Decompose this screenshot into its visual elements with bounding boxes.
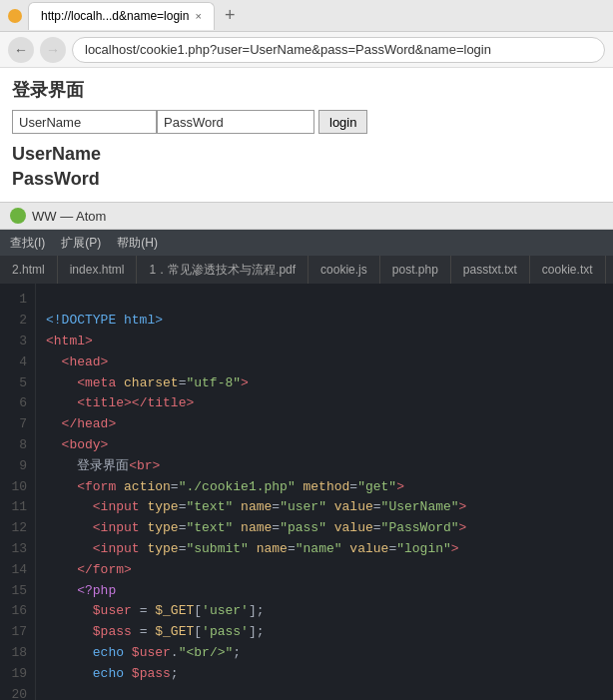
page-content: 登录界面 login UserName PassWord xyxy=(0,68,613,202)
browser-addressbar: ← → xyxy=(0,32,613,68)
code-editor: 1234 5678 9101112 13141516 17181920 2122… xyxy=(0,284,613,700)
editor-menubar: 查找(I) 扩展(P) 帮助(H) xyxy=(0,230,613,256)
result-username: UserName xyxy=(12,142,601,167)
menu-find[interactable]: 查找(I) xyxy=(10,235,45,252)
new-tab-button[interactable]: + xyxy=(225,5,236,26)
code-line-20 xyxy=(46,685,603,700)
code-line-19: echo $pass; xyxy=(46,664,603,685)
code-line-4: <head> xyxy=(46,352,603,373)
back-icon: ← xyxy=(14,42,28,58)
browser-titlebar: http://localh...d&name=login × + xyxy=(0,0,613,32)
code-line-10: <form action="./cookie1.php" method="get… xyxy=(46,477,603,498)
code-line-9: 登录界面<br> xyxy=(46,456,603,477)
editor-tabs: 2.html index.html 1．常见渗透技术与流程.pdf cookie… xyxy=(0,256,613,284)
code-line-13: <input type="submit" name="name" value="… xyxy=(46,539,603,560)
menu-extend[interactable]: 扩展(P) xyxy=(61,235,101,252)
username-input[interactable] xyxy=(12,110,157,134)
code-line-1 xyxy=(46,290,603,311)
forward-button[interactable]: → xyxy=(40,37,66,63)
atom-bar: WW — Atom xyxy=(0,202,613,230)
login-form: login xyxy=(12,110,601,134)
editor-tab-indexhtml[interactable]: index.html xyxy=(58,256,138,284)
code-line-16: $user = $_GET['user']; xyxy=(46,601,603,622)
atom-icon xyxy=(10,208,26,224)
code-line-2: <!DOCTYPE html> xyxy=(46,311,603,332)
code-line-7: </head> xyxy=(46,414,603,435)
atom-label: WW — Atom xyxy=(32,209,106,224)
page-title: 登录界面 xyxy=(12,78,601,102)
editor-tab-passtxt[interactable]: passtxt.txt xyxy=(451,256,530,284)
code-line-12: <input type="text" name="pass" value="Pa… xyxy=(46,518,603,539)
code-line-5: <meta charset="utf-8"> xyxy=(46,373,603,394)
code-area[interactable]: <!DOCTYPE html> <html> <head> <meta char… xyxy=(36,284,613,700)
address-bar[interactable] xyxy=(72,37,605,63)
browser-tab[interactable]: http://localh...d&name=login × xyxy=(28,2,215,30)
password-input[interactable] xyxy=(157,110,314,134)
editor-tab-cookietxt[interactable]: cookie.txt xyxy=(530,256,606,284)
login-button[interactable]: login xyxy=(318,110,367,134)
editor-tab-pdf[interactable]: 1．常见渗透技术与流程.pdf xyxy=(137,256,308,284)
line-numbers: 1234 5678 9101112 13141516 17181920 2122… xyxy=(0,284,36,700)
code-line-17: $pass = $_GET['pass']; xyxy=(46,622,603,643)
tab-label: http://localh...d&name=login xyxy=(41,9,189,23)
code-line-8: <body> xyxy=(46,435,603,456)
window-minimize-icon[interactable] xyxy=(8,9,22,23)
editor-tab-postphp[interactable]: post.php xyxy=(380,256,451,284)
editor-tab-cookiejs[interactable]: cookie.js xyxy=(308,256,380,284)
code-line-14: </form> xyxy=(46,560,603,581)
editor-tab-2html[interactable]: 2.html xyxy=(0,256,58,284)
code-line-3: <html> xyxy=(46,332,603,352)
code-line-15: <?php xyxy=(46,581,603,602)
code-line-18: echo $user."<br/>"; xyxy=(46,643,603,664)
back-button[interactable]: ← xyxy=(8,37,34,63)
code-line-11: <input type="text" name="user" value="Us… xyxy=(46,497,603,518)
result-password: PassWord xyxy=(12,167,601,192)
forward-icon: → xyxy=(46,42,60,58)
editor-tab-phishi[interactable]: phishi... xyxy=(606,256,613,284)
code-line-6: <title></title> xyxy=(46,393,603,414)
menu-help[interactable]: 帮助(H) xyxy=(117,235,158,252)
tab-close-button[interactable]: × xyxy=(195,10,201,22)
